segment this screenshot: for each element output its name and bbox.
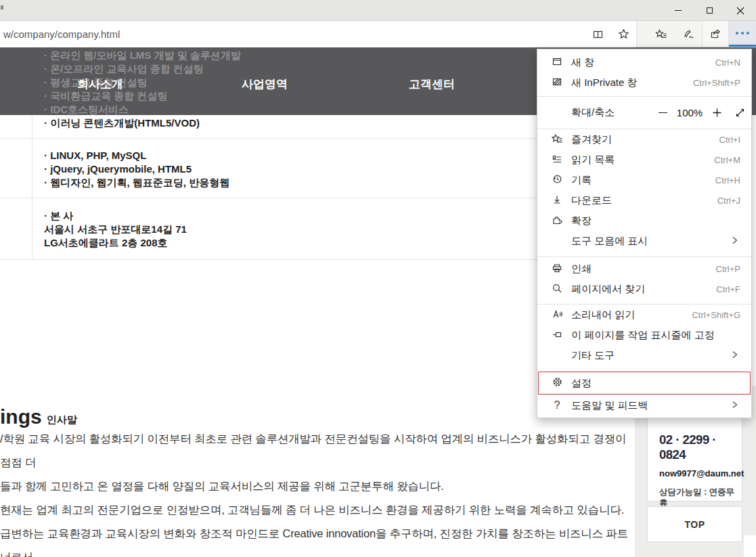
table-border [0,198,629,198]
menu-separator [537,257,751,257]
consult-day: 상담가능일 : 연중무휴 [659,487,742,508]
menu-item-reading-list[interactable]: 읽기 목록 Ctrl+M [537,150,751,170]
service-item: · 이러닝 콘텐츠개발(HTML5/VOD) [44,116,518,130]
service-item: · 온라인 웹/모바일 LMS 개발 및 솔루션개발 [44,49,518,62]
extensions-icon [552,215,562,227]
more-actions-button[interactable] [729,21,756,47]
table-border [32,115,32,259]
menu-item-more-tools[interactable]: 기타 도구 [537,345,751,365]
address-line: LG서초에클라트 2층 208호 [44,236,531,250]
contact-email[interactable]: now9977@daum.net [659,468,742,478]
menu-item-new-window[interactable]: 새 창 Ctrl+N [537,52,751,72]
site-nav-business[interactable]: 사업영역 [242,76,288,91]
tab-remnant [1,5,3,9]
tech-line: · LINUX, PHP, MySQL [44,149,531,162]
site-nav-customer[interactable]: 고객센터 [409,76,455,91]
favorites-hub-button[interactable] [648,21,675,47]
minimize-button[interactable] [663,0,694,21]
tech-line: · 웹디자인, 웹기획, 웹표준코딩, 반응형웹 [44,176,531,190]
add-favorite-button[interactable] [610,21,636,47]
more-dots-icon [736,32,749,35]
share-button[interactable] [702,21,729,47]
web-notes-button[interactable] [675,21,702,47]
menu-item-zoom: 확대/축소 100% [537,97,751,129]
window-titlebar [0,0,756,21]
menu-item-show-in-toolbar[interactable]: 도구 모음에 표시 [537,231,751,251]
zoom-out-button[interactable] [651,112,674,114]
chevron-right-icon [730,400,739,411]
contact-phone: 02 · 2299 · 0824 [659,432,742,462]
zoom-in-button[interactable] [705,108,728,118]
read-aloud-icon [552,309,563,321]
print-icon [552,263,562,275]
service-item: · IDC호스팅서비스 [44,103,518,116]
greeting-title-en: ings [0,407,42,427]
reading-list-icon [552,154,562,166]
fullscreen-icon [735,108,745,118]
address-cell: · 본 사서울시 서초구 반포대로14길 71LG서초에클라트 2층 208호 [44,209,531,250]
menu-item-pin-to-taskbar[interactable]: 이 페이지를 작업 표시줄에 고정 [537,325,751,345]
table-border [0,259,629,260]
greeting-line: 급변하는 교육환경과 교육시장의 변화와 창조적 마인드로 Creative i… [0,522,631,557]
pin-icon [552,329,562,342]
menu-item-favorites[interactable]: 즐겨찾기 Ctrl+I [537,129,751,150]
site-nav-company[interactable]: 회사소개 [77,76,123,91]
fullscreen-button[interactable] [728,108,751,118]
minimize-icon [675,10,682,11]
menu-item-print[interactable]: 인쇄 Ctrl+P [537,259,751,279]
chevron-right-icon [730,350,739,361]
scroll-top-button[interactable]: TOP [647,506,742,542]
settings-icon [552,376,563,390]
greeting-title-ko: 인사말 [47,412,77,427]
close-icon [736,7,744,15]
menu-item-read-aloud[interactable]: 소리내어 읽기 Ctrl+Shift+G [537,305,751,325]
browser-toolbar: w/company/company.html [0,21,756,47]
greeting-line: 현재는 업계 최고의 전문기업으로 인정받으며, 고객님들께 좀 더 나은 비즈… [0,498,631,522]
menu-item-new-inprivate[interactable]: 새 InPrivate 창 Ctrl+Shift+P [537,72,751,93]
menu-item-history[interactable]: 기록 Ctrl+H [537,170,751,190]
address-line: 서울시 서초구 반포대로14길 71 [44,223,531,236]
menu-item-find-on-page[interactable]: 페이지에서 찾기 Ctrl+F [537,279,751,299]
menu-item-downloads[interactable]: 다운로드 Ctrl+J [537,190,751,210]
scroll-top-label: TOP [684,519,705,530]
more-actions-menu: 새 창 Ctrl+N 새 InPrivate 창 Ctrl+Shift+P 확대… [537,49,752,418]
tech-stack-cell: · LINUX, PHP, MySQL· jQuery, jQuerymobil… [44,149,531,190]
new-window-icon [552,56,562,69]
menu-item-extensions[interactable]: 확장 [537,210,751,231]
inprivate-icon [552,76,562,89]
service-item: · 온/오프라인 교육사업 종합 컨설팅 [44,62,518,76]
greeting-line: /학원 교육 시장의 활성화되기 이전부터 최초로 관련 솔루션개발과 전문컨설… [0,427,631,474]
greeting-paragraphs: /학원 교육 시장의 활성화되기 이전부터 최초로 관련 솔루션개발과 전문컨설… [0,427,631,557]
zoom-label: 확대/축소 [571,106,651,119]
greeting-line: 들과 함께 고민하고 온 열정을 다해 양질의 교육서비스의 제공을 위해 고군… [0,474,631,498]
help-icon: ? [554,399,560,411]
plus-icon [712,108,722,118]
maximize-button[interactable] [694,0,725,21]
page-corner [744,535,756,557]
greeting-heading: ings 인사말 [0,403,77,427]
close-button[interactable] [725,0,756,21]
minus-icon [659,112,667,114]
history-icon [552,173,563,187]
favorites-icon [552,133,563,146]
maximize-icon [707,7,713,14]
url-text[interactable]: w/company/company.html [0,28,585,40]
zoom-value: 100% [674,107,705,118]
download-icon [552,194,562,207]
address-bar[interactable]: w/company/company.html [0,21,637,47]
menu-item-settings[interactable]: 설정 [537,371,751,395]
chevron-right-icon [730,236,739,247]
table-border [0,138,629,139]
find-icon [552,283,562,296]
menu-item-help-feedback[interactable]: ? 도움말 및 피드백 [537,395,751,416]
tech-line: · jQuery, jQuerymobile, HTML5 [44,162,531,176]
address-line: · 본 사 [44,209,531,223]
contact-card: 02 · 2299 · 0824 now9977@daum.net 상담가능일 … [647,411,742,502]
reading-view-button[interactable] [585,21,610,47]
